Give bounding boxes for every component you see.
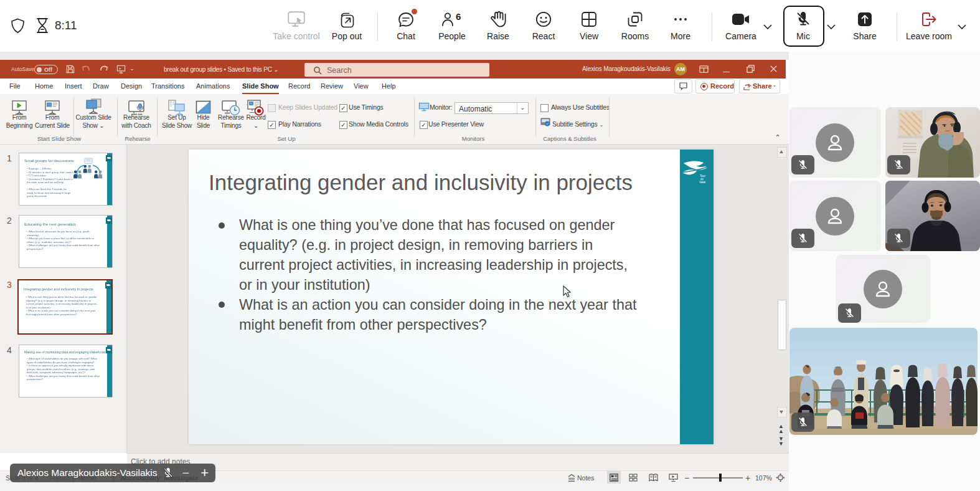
svg-text:Valat: Valat bbox=[699, 181, 706, 184]
svg-text:6: 6 bbox=[456, 11, 461, 22]
